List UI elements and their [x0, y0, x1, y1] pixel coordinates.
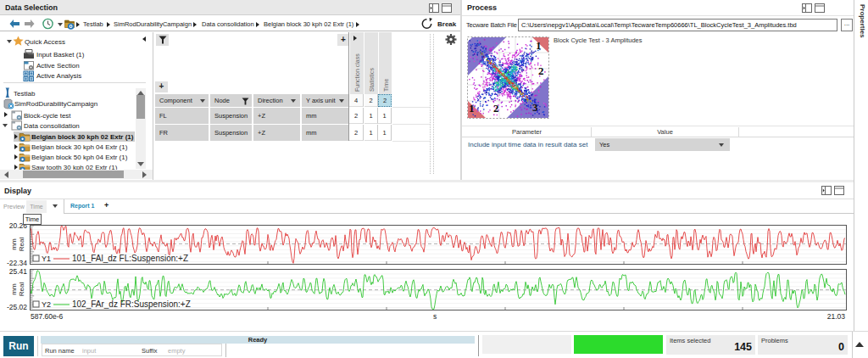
- svg-text:102_FAr_dz FR:Suspension:+Z: 102_FAr_dz FR:Suspension:+Z: [72, 299, 191, 309]
- svg-text:1: 1: [536, 39, 542, 52]
- svg-text:1: 1: [469, 102, 475, 115]
- svg-text:2: 2: [493, 102, 499, 115]
- svg-text:Y1: Y1: [42, 255, 51, 263]
- svg-text:101_FAl_dz FL:Suspension:+Z: 101_FAl_dz FL:Suspension:+Z: [72, 254, 188, 263]
- svg-text:Y2: Y2: [42, 300, 51, 309]
- svg-text:3: 3: [532, 101, 538, 114]
- svg-text:2: 2: [538, 64, 544, 77]
